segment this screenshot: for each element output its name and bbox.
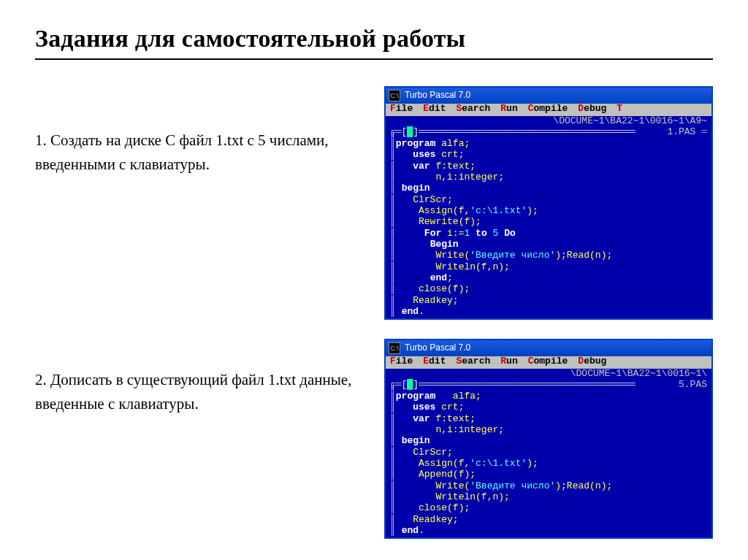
- system-menu-icon[interactable]: C:\: [389, 90, 400, 101]
- code-line: ║ Writeln(f,n);: [390, 491, 707, 502]
- code-line: ║ Assign(f,'c:\1.txt');: [390, 458, 707, 469]
- code-line: ║ close(f);: [390, 283, 707, 294]
- slide: Задания для самостоятельной работы 1. Со…: [0, 0, 748, 560]
- code-line: ║ end;: [390, 272, 707, 283]
- task-2-text: 2. Дописать в существующий файл 1.txt да…: [35, 339, 364, 415]
- menubar[interactable]: File Edit Search Run Compile Debug: [386, 356, 711, 369]
- menu-item[interactable]: File: [390, 104, 413, 116]
- menu-item[interactable]: Edit: [423, 104, 446, 116]
- code-line: ║ end.: [390, 525, 707, 536]
- menu-item[interactable]: Run: [500, 104, 517, 116]
- code-line: ║ begin: [390, 435, 707, 446]
- code-area: ║program alfa;║ uses crt;║ var f:text;║ …: [386, 138, 711, 318]
- menu-item[interactable]: Compile: [528, 104, 568, 116]
- path-readout: \DOCUME~1\BA22~1\0016~1\: [386, 369, 711, 380]
- menu-item[interactable]: Search: [456, 356, 490, 369]
- code-line: ║ For i:=1 to 5 Do: [390, 228, 707, 239]
- titlebar: C:\ Turbo Pascal 7.0: [386, 340, 711, 356]
- filename-label: 1.PAS ═: [667, 127, 707, 138]
- task-1-text: 1. Создать на диске С файл 1.txt с 5 чис…: [35, 86, 364, 176]
- window-title: Turbo Pascal 7.0: [405, 343, 470, 353]
- code-line: ║ close(f);: [390, 502, 707, 513]
- menu-item[interactable]: Search: [456, 104, 490, 116]
- code-line: ║ Readkey;: [390, 514, 707, 525]
- frame-corner: ╔═[█]: [390, 127, 419, 138]
- menu-item[interactable]: T: [617, 104, 622, 116]
- menu-item[interactable]: Debug: [578, 104, 606, 116]
- code-line: ║ Append(f);: [390, 469, 707, 480]
- frame-top: ╔═[█] ══════════════════════════════════…: [386, 127, 711, 138]
- menubar[interactable]: File Edit Search Run Compile Debug T: [386, 104, 711, 116]
- menu-item[interactable]: Edit: [423, 356, 446, 369]
- code-line: ║ Write('Введите число');Read(n);: [390, 250, 707, 261]
- menu-item[interactable]: Debug: [578, 356, 606, 369]
- code-line: ║ var f:text;: [390, 413, 707, 424]
- code-line: ║ uses crt;: [390, 149, 707, 160]
- code-line: ║ ClrScr;: [390, 447, 707, 458]
- code-line: ║ var f:text;: [390, 161, 707, 172]
- divider: [35, 58, 713, 60]
- code-line: ║ ClrScr;: [390, 194, 707, 205]
- code-line: ║ begin: [390, 183, 707, 193]
- window-title: Turbo Pascal 7.0: [405, 91, 470, 101]
- task-row-2: 2. Дописать в существующий файл 1.txt да…: [35, 339, 713, 539]
- code-line: ║ Rewrite(f);: [390, 216, 707, 227]
- system-menu-icon[interactable]: C:\: [389, 342, 400, 354]
- code-line: ║program alfa;: [390, 391, 707, 402]
- task-row-1: 1. Создать на диске С файл 1.txt с 5 чис…: [35, 86, 713, 320]
- menu-item[interactable]: Run: [500, 356, 517, 369]
- code-line: ║program alfa;: [390, 138, 707, 149]
- code-line: ║ Readkey;: [390, 295, 707, 306]
- frame-line: ══════════════════════════════════════: [419, 127, 667, 138]
- code-line: ║ n,i:integer;: [390, 172, 707, 183]
- code-area: ║program alfa;║ uses crt;║ var f:text;║ …: [386, 391, 711, 537]
- turbo-pascal-window-2: C:\ Turbo Pascal 7.0 File Edit Search Ru…: [384, 339, 713, 539]
- code-line: ║ uses crt;: [390, 402, 707, 413]
- code-line: ║ Write('Введите число');Read(n);: [390, 480, 707, 491]
- code-line: ║ Assign(f,'c:\1.txt');: [390, 205, 707, 216]
- code-line: ║ Writeln(f,n);: [390, 261, 707, 272]
- code-line: ║ end.: [390, 306, 707, 317]
- turbo-pascal-window-1: C:\ Turbo Pascal 7.0 File Edit Search Ru…: [384, 86, 713, 320]
- menu-item[interactable]: Compile: [528, 356, 568, 369]
- frame-line: ══════════════════════════════════════: [419, 380, 679, 391]
- menu-item[interactable]: File: [390, 356, 413, 369]
- page-title: Задания для самостоятельной работы: [35, 25, 713, 53]
- path-readout: \DOCUME~1\BA22~1\0016~1\A9~: [386, 116, 711, 127]
- frame-top: ╔═[█] ══════════════════════════════════…: [386, 380, 711, 391]
- filename-label: 5.PAS: [679, 380, 707, 391]
- titlebar: C:\ Turbo Pascal 7.0: [386, 88, 711, 104]
- code-line: ║ n,i:integer;: [390, 424, 707, 435]
- frame-corner: ╔═[█]: [390, 380, 419, 391]
- code-line: ║ Begin: [390, 239, 707, 250]
